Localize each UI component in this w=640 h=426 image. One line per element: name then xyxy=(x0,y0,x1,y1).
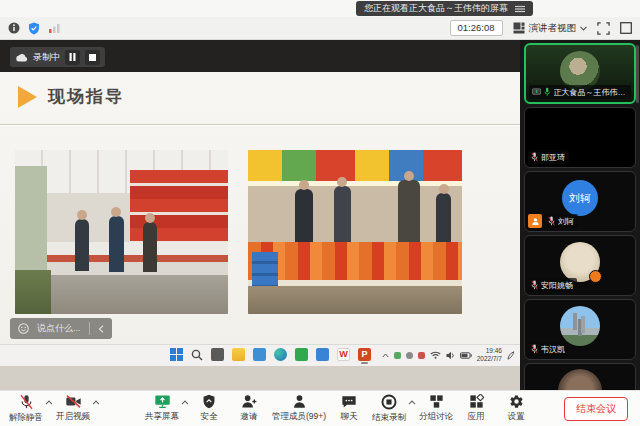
share-screen-button[interactable]: 共享屏幕 xyxy=(142,394,182,423)
slide-photo-market-stall xyxy=(248,150,462,314)
search-icon[interactable] xyxy=(191,349,203,361)
stop-recording-button[interactable] xyxy=(85,50,100,65)
photo-decoration xyxy=(15,270,51,314)
tray-mic-icon[interactable] xyxy=(406,352,413,359)
photo-decoration xyxy=(143,222,157,272)
gear-icon xyxy=(509,394,524,409)
tool-label: 应用 xyxy=(468,411,485,423)
security-icon xyxy=(202,394,216,409)
photo-decoration xyxy=(252,252,278,288)
end-meeting-button[interactable]: 结束会议 xyxy=(564,397,628,421)
tray-expand-icon[interactable] xyxy=(382,353,389,358)
participant-tile-presenter[interactable]: 正大食品～王伟伟的… xyxy=(524,43,636,104)
mic-muted-icon xyxy=(19,394,34,410)
chat-bubble-icon xyxy=(341,394,357,409)
participant-tile[interactable]: 刘轲 刘轲 xyxy=(524,171,636,232)
pause-recording-button[interactable] xyxy=(65,50,80,65)
powerpoint-icon[interactable]: P xyxy=(358,348,371,361)
pen-notification-icon[interactable] xyxy=(507,351,515,360)
share-screen-control: 共享屏幕 xyxy=(142,394,189,423)
invite-button[interactable]: 邀请 xyxy=(229,394,269,423)
tool-label: 结束录制 xyxy=(372,412,406,424)
mic-muted-icon xyxy=(531,344,538,354)
chat-button[interactable]: 聊天 xyxy=(329,394,369,423)
tool-label: 安全 xyxy=(201,411,218,423)
view-controls-group: 01:26:08 演讲者视图 xyxy=(450,20,632,36)
edge-browser-icon[interactable] xyxy=(274,348,287,361)
meeting-info-group xyxy=(8,22,61,35)
apps-button[interactable]: 应用 xyxy=(456,394,496,423)
tray-alert-icon[interactable] xyxy=(418,352,425,359)
slide-divider xyxy=(0,124,520,125)
avatar xyxy=(560,306,600,346)
photos-app-icon[interactable] xyxy=(316,348,329,361)
unmute-button[interactable]: 解除静音 xyxy=(6,394,46,424)
chevron-up-icon[interactable] xyxy=(408,400,416,405)
participant-label: 正大食品～王伟伟的… xyxy=(529,85,631,99)
participants-scrollbar[interactable] xyxy=(636,45,639,103)
task-view-icon[interactable] xyxy=(211,348,224,361)
info-icon[interactable] xyxy=(8,22,20,34)
participant-name: 安阳姚畅 xyxy=(541,280,573,291)
stop-recording-control: 结束录制 xyxy=(369,394,416,424)
chevron-up-icon[interactable] xyxy=(45,400,53,405)
file-explorer-icon[interactable] xyxy=(232,348,245,361)
participant-tile[interactable]: 韦汉凯 xyxy=(524,299,636,360)
slide-heading: 现场指导 xyxy=(18,85,124,108)
chevron-up-icon[interactable] xyxy=(92,400,100,405)
participants-sidebar: 正大食品～王伟伟的… 邵亚琦 刘轲 xyxy=(520,40,640,390)
watching-banner: 您正在观看正大食品～王伟伟的屏幕 xyxy=(356,1,533,16)
heading-arrow-icon xyxy=(18,86,37,108)
mic-on-icon xyxy=(544,87,550,97)
network-signal-icon[interactable] xyxy=(48,23,61,34)
tool-label: 分组讨论 xyxy=(419,411,453,423)
green-app-icon[interactable] xyxy=(295,348,308,361)
shared-screen-bottom-strip xyxy=(0,366,520,390)
toolbar-center-group: 共享屏幕 安全 邀请 xyxy=(142,394,536,424)
battery-icon[interactable] xyxy=(460,352,472,359)
wps-icon[interactable]: W xyxy=(337,348,350,361)
profile-person-badge xyxy=(528,214,542,228)
security-button[interactable]: 安全 xyxy=(189,394,229,423)
collapse-chevron-left-icon[interactable] xyxy=(98,325,104,333)
speaker-view-icon xyxy=(513,22,525,34)
view-mode-selector[interactable]: 演讲者视图 xyxy=(513,22,588,35)
main-area: 录制中 现场指导 xyxy=(0,40,640,390)
participant-name: 正大食品～王伟伟的… xyxy=(554,87,627,98)
participant-label: 邵亚琦 xyxy=(528,150,569,164)
tool-label: 邀请 xyxy=(241,411,258,423)
emoji-smiley-icon[interactable] xyxy=(18,323,29,334)
stop-recording-toolbar-button[interactable]: 结束录制 xyxy=(369,394,409,424)
wifi-icon[interactable] xyxy=(430,351,441,359)
chevron-up-icon[interactable] xyxy=(181,400,189,405)
camera-off-icon xyxy=(65,394,82,409)
divider xyxy=(89,322,90,335)
meeting-toolbar: 解除静音 开启视频 xyxy=(0,390,640,426)
taskbar-clock[interactable]: 19:46 2022/7/7 xyxy=(477,347,502,363)
share-screen-icon xyxy=(154,394,171,409)
avatar xyxy=(560,242,600,282)
security-shield-icon[interactable] xyxy=(28,22,40,35)
fullscreen-icon[interactable] xyxy=(597,22,610,35)
participant-name: 韦汉凯 xyxy=(541,344,565,355)
volume-icon[interactable] xyxy=(446,351,455,360)
windows-start-icon[interactable] xyxy=(170,348,183,361)
participant-tile[interactable]: 邵亚琦 xyxy=(524,107,636,168)
layout-window-icon[interactable] xyxy=(620,22,632,34)
photo-decoration xyxy=(248,286,462,314)
quick-chat-pill[interactable]: 说点什么... xyxy=(10,318,112,339)
start-video-button[interactable]: 开启视频 xyxy=(53,394,93,423)
manage-participants-button[interactable]: 管理成员(99+) xyxy=(269,394,329,423)
mail-icon[interactable] xyxy=(253,348,266,361)
stop-record-icon xyxy=(381,394,397,410)
mic-muted-icon xyxy=(531,280,538,290)
tool-label: 设置 xyxy=(508,411,525,423)
chat-input-placeholder[interactable]: 说点什么... xyxy=(37,322,81,335)
tray-app-icon[interactable] xyxy=(394,352,401,359)
banner-menu-icon[interactable] xyxy=(515,5,525,13)
breakout-rooms-button[interactable]: 分组讨论 xyxy=(416,394,456,423)
settings-button[interactable]: 设置 xyxy=(496,394,536,423)
photo-decoration xyxy=(248,181,462,186)
recording-indicator: 录制中 xyxy=(10,47,105,67)
participant-tile[interactable]: 安阳姚畅 xyxy=(524,235,636,296)
